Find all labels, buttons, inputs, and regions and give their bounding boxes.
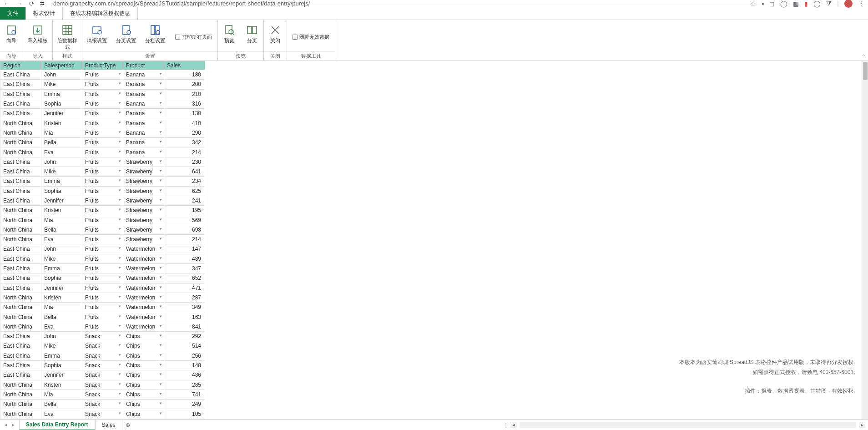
import-template-button[interactable]: 导入模板	[23, 23, 52, 51]
page-setting-button[interactable]: 分页设置	[111, 23, 141, 51]
back-icon[interactable]: ←	[4, 0, 10, 7]
tab-license[interactable]: 在线表格编辑器授权信息	[63, 7, 138, 20]
fill-setting-label: 填报设置	[87, 37, 107, 44]
ext-icon-5[interactable]: ▮	[804, 0, 808, 7]
svg-point-1	[12, 30, 15, 34]
ext-icon-6[interactable]: ◯	[813, 0, 821, 7]
dirty-style-icon	[61, 24, 74, 36]
svg-point-5	[98, 30, 101, 34]
dirty-style-button[interactable]: 脏数据样 式	[53, 23, 82, 51]
wizard-button[interactable]: 向导	[0, 23, 23, 51]
svg-rect-13	[247, 26, 252, 34]
tab-design[interactable]: 报表设计	[26, 7, 63, 20]
circle-invalid-checkbox[interactable]: 圈释无效数据	[287, 23, 335, 51]
page-setting-icon	[120, 24, 132, 36]
ribbon-collapse-icon[interactable]: ⌃	[862, 54, 865, 59]
ext-icon-1[interactable]: ▪	[762, 0, 764, 7]
group-import-label: 导入	[23, 51, 52, 61]
menu-tabs: 文件 报表设计 在线表格编辑器授权信息	[0, 7, 868, 20]
menu-vsep: |	[837, 0, 839, 7]
wizard-label: 向导	[6, 37, 16, 44]
site-info-icon[interactable]: ⇆	[40, 0, 44, 6]
preview-button[interactable]: 预览	[218, 23, 241, 51]
reload-icon[interactable]: ⟳	[29, 0, 35, 7]
column-setting-label: 分栏设置	[145, 37, 165, 44]
paginate-icon	[246, 24, 258, 36]
paginate-label: 分页	[247, 37, 257, 44]
import-label: 导入模板	[28, 37, 48, 44]
preview-icon	[223, 24, 236, 36]
ext-icon-2[interactable]: ◻	[769, 0, 775, 7]
fill-setting-button[interactable]: 填报设置	[82, 23, 111, 51]
paginate-button[interactable]: 分页	[241, 23, 263, 51]
profile-avatar[interactable]	[844, 0, 853, 8]
group-close-label: 关闭	[264, 51, 287, 61]
dirty-style-label: 脏数据样 式	[57, 37, 77, 51]
svg-rect-3	[63, 25, 72, 35]
close-icon	[269, 24, 282, 36]
circle-invalid-label: 圈释无效数据	[299, 34, 329, 40]
group-style-label: 样式	[53, 51, 82, 61]
checkbox-icon	[293, 35, 298, 40]
preview-label: 预览	[224, 37, 234, 44]
extensions-icon[interactable]: ⧩	[826, 0, 832, 7]
ext-icon-4[interactable]: ▦	[793, 0, 799, 7]
kebab-menu-icon[interactable]: ⋮	[858, 0, 864, 7]
ribbon: 向导 向导 导入模板 导入 脏数据样 式 样式 填报设置	[0, 20, 868, 61]
browser-bar: ← → ⟳ ⇆ demo.grapecity.com.cn/spreadjs/S…	[0, 0, 868, 7]
wizard-icon	[5, 24, 18, 36]
svg-rect-0	[7, 26, 15, 34]
svg-rect-8	[151, 25, 155, 35]
ext-icon-3[interactable]: ◯	[780, 0, 787, 7]
import-icon	[31, 24, 44, 36]
close-label: 关闭	[270, 37, 280, 44]
fill-setting-icon	[91, 24, 103, 36]
svg-point-7	[127, 30, 131, 34]
svg-point-10	[156, 30, 160, 34]
print-all-checkbox[interactable]: 打印所有页面	[170, 23, 217, 51]
close-button[interactable]: 关闭	[264, 23, 287, 51]
print-all-label: 打印所有页面	[182, 34, 212, 40]
group-datatool-label: 数据工具	[287, 51, 335, 61]
url-bar[interactable]: demo.grapecity.com.cn/spreadjs/SpreadJST…	[50, 0, 745, 7]
svg-rect-14	[252, 26, 257, 34]
forward-icon[interactable]: →	[16, 0, 23, 7]
column-setting-button[interactable]: 分栏设置	[141, 23, 170, 51]
group-setting-label: 设置	[82, 51, 217, 61]
tab-file[interactable]: 文件	[0, 7, 26, 20]
bookmark-icon[interactable]: ☆	[750, 0, 756, 7]
checkbox-icon	[175, 35, 180, 40]
column-setting-icon	[149, 24, 161, 36]
group-preview-label: 预览	[218, 51, 263, 61]
page-setting-label: 分页设置	[116, 37, 136, 44]
group-wizard-label: 向导	[0, 51, 23, 61]
